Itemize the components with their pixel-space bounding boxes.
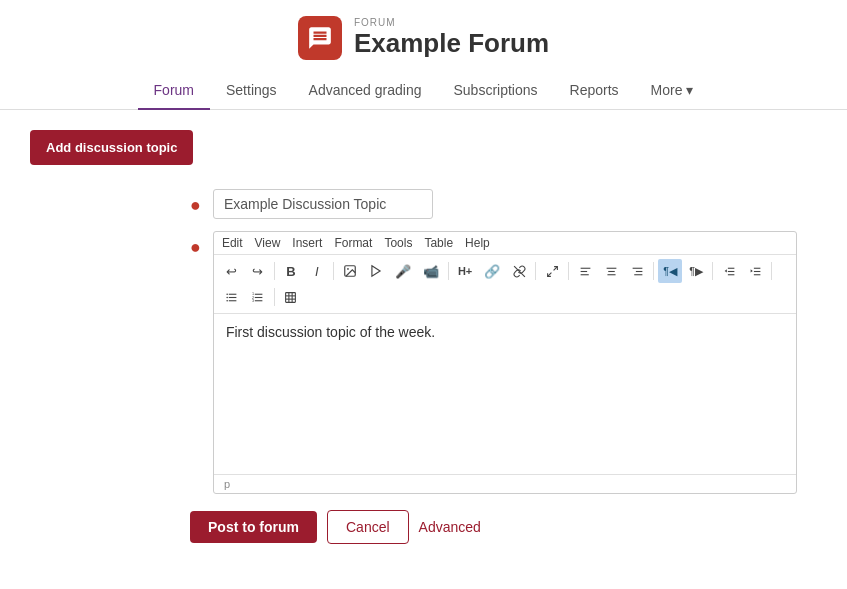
toolbar-separator-2 — [333, 262, 334, 280]
editor-statusbar: p — [214, 474, 796, 493]
topic-title-row: ● — [190, 189, 797, 219]
tab-advanced-grading[interactable]: Advanced grading — [293, 72, 438, 110]
toolbar-video[interactable]: 📹 — [418, 259, 444, 283]
svg-point-1 — [347, 268, 349, 270]
svg-rect-20 — [754, 270, 761, 271]
toolbar-unlink[interactable] — [507, 259, 531, 283]
editor-row: ● Edit View Insert Format Tools Table He… — [190, 231, 797, 494]
toolbar-unordered-list[interactable] — [220, 285, 244, 309]
post-to-forum-button[interactable]: Post to forum — [190, 511, 317, 543]
required-indicator-2: ● — [190, 237, 201, 258]
menu-insert[interactable]: Insert — [292, 236, 322, 250]
toolbar-indent[interactable] — [743, 259, 767, 283]
toolbar-redo[interactable]: ↪ — [246, 259, 270, 283]
toolbar-align-left[interactable] — [573, 259, 597, 283]
toolbar-audio[interactable]: 🎤 — [390, 259, 416, 283]
topic-title-input[interactable] — [213, 189, 433, 219]
toolbar-heading[interactable]: H+ — [453, 259, 477, 283]
required-indicator: ● — [190, 195, 201, 216]
tab-forum[interactable]: Forum — [138, 72, 210, 110]
toolbar-bold[interactable]: B — [279, 259, 303, 283]
menu-edit[interactable]: Edit — [222, 236, 243, 250]
brand-label: FORUM — [354, 17, 549, 28]
menu-help[interactable]: Help — [465, 236, 490, 250]
brand-row: FORUM Example Forum — [298, 16, 549, 60]
toolbar-rtl[interactable]: ¶◀ — [658, 259, 682, 283]
toolbar-ltr[interactable]: ¶▶ — [684, 259, 708, 283]
toolbar-outdent[interactable] — [717, 259, 741, 283]
svg-point-23 — [227, 293, 229, 295]
editor-status-text: p — [224, 478, 230, 490]
toolbar-separator-8 — [771, 262, 772, 280]
svg-line-5 — [547, 272, 551, 276]
toolbar-undo[interactable]: ↩ — [220, 259, 244, 283]
toolbar-image[interactable] — [338, 259, 362, 283]
brand-text: FORUM Example Forum — [354, 17, 549, 59]
svg-line-4 — [553, 266, 557, 270]
svg-rect-11 — [607, 274, 615, 275]
menu-view[interactable]: View — [255, 236, 281, 250]
svg-rect-26 — [229, 296, 237, 297]
svg-text:3: 3 — [252, 298, 254, 302]
discussion-form: ● ● Edit View Insert Format Tools Table … — [190, 189, 797, 494]
toolbar-separator-3 — [448, 262, 449, 280]
svg-rect-35 — [286, 292, 296, 302]
tab-settings[interactable]: Settings — [210, 72, 293, 110]
form-actions: Post to forum Cancel Advanced — [190, 510, 817, 544]
editor-toolbar: ↩ ↪ B I 🎤 📹 H+ 🔗 — [214, 255, 796, 314]
editor-menubar: Edit View Insert Format Tools Table Help — [214, 232, 796, 255]
editor-text: First discussion topic of the week. — [226, 324, 435, 340]
menu-tools[interactable]: Tools — [384, 236, 412, 250]
svg-rect-14 — [634, 274, 642, 275]
brand-name: Example Forum — [354, 28, 549, 59]
toolbar-ordered-list[interactable]: 123 — [246, 285, 270, 309]
chevron-down-icon: ▾ — [686, 82, 693, 98]
toolbar-separator-5 — [568, 262, 569, 280]
svg-rect-9 — [606, 267, 616, 268]
advanced-link[interactable]: Advanced — [419, 519, 481, 535]
toolbar-separator-9 — [274, 288, 275, 306]
page-body: Add discussion topic ● ● Edit View Inser… — [0, 110, 847, 564]
svg-rect-17 — [728, 274, 735, 275]
toolbar-embed[interactable] — [364, 259, 388, 283]
toolbar-separator-4 — [535, 262, 536, 280]
tab-subscriptions[interactable]: Subscriptions — [437, 72, 553, 110]
toolbar-separator-6 — [653, 262, 654, 280]
rich-text-editor: Edit View Insert Format Tools Table Help… — [213, 231, 797, 494]
svg-rect-8 — [580, 274, 588, 275]
toolbar-table[interactable] — [279, 285, 303, 309]
svg-rect-30 — [255, 296, 263, 297]
toolbar-align-center[interactable] — [599, 259, 623, 283]
menu-format[interactable]: Format — [334, 236, 372, 250]
svg-rect-24 — [229, 293, 237, 294]
svg-rect-19 — [754, 267, 761, 268]
nav-tabs: Forum Settings Advanced grading Subscrip… — [0, 72, 847, 110]
tab-reports[interactable]: Reports — [554, 72, 635, 110]
svg-rect-29 — [255, 293, 263, 294]
svg-rect-13 — [636, 270, 643, 271]
svg-rect-31 — [255, 300, 263, 301]
toolbar-italic[interactable]: I — [305, 259, 329, 283]
svg-rect-16 — [728, 270, 735, 271]
menu-table[interactable]: Table — [424, 236, 453, 250]
svg-point-25 — [227, 296, 229, 298]
svg-marker-2 — [372, 266, 380, 277]
svg-rect-6 — [580, 267, 590, 268]
cancel-button[interactable]: Cancel — [327, 510, 409, 544]
svg-rect-15 — [728, 267, 735, 268]
svg-point-27 — [227, 299, 229, 301]
svg-marker-22 — [750, 269, 752, 272]
add-discussion-topic-button[interactable]: Add discussion topic — [30, 130, 193, 165]
toolbar-fullscreen[interactable] — [540, 259, 564, 283]
toolbar-separator-1 — [274, 262, 275, 280]
svg-rect-21 — [754, 274, 761, 275]
svg-rect-10 — [608, 270, 615, 271]
forum-icon — [298, 16, 342, 60]
tab-more[interactable]: More ▾ — [635, 72, 710, 110]
toolbar-separator-7 — [712, 262, 713, 280]
toolbar-align-right[interactable] — [625, 259, 649, 283]
toolbar-link[interactable]: 🔗 — [479, 259, 505, 283]
svg-marker-18 — [724, 269, 726, 272]
editor-content-area[interactable]: First discussion topic of the week. — [214, 314, 796, 474]
page-header: FORUM Example Forum Forum Settings Advan… — [0, 0, 847, 110]
